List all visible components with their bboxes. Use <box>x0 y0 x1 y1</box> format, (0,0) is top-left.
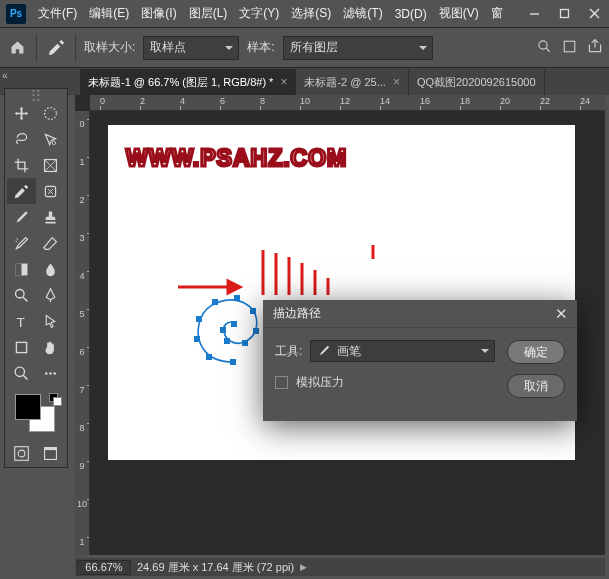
status-bar: 66.67% 24.69 厘米 x 17.64 厘米 (72 ppi) ▶ <box>75 558 605 576</box>
eyedropper-icon[interactable] <box>45 37 67 59</box>
ruler-tick: 10 <box>300 96 310 106</box>
tab-doc-3[interactable]: QQ截图2020092615000 <box>409 69 545 95</box>
svg-point-25 <box>53 372 56 375</box>
ruler-tick: 16 <box>420 96 430 106</box>
sample-dropdown[interactable]: 所有图层 <box>283 36 433 60</box>
home-icon[interactable] <box>6 37 28 59</box>
maximize-button[interactable] <box>549 0 579 28</box>
sample-size-label: 取样大小: <box>84 39 135 56</box>
minimize-button[interactable] <box>519 0 549 28</box>
svg-rect-1 <box>560 10 568 18</box>
svg-point-27 <box>18 450 25 457</box>
path-select-tool[interactable] <box>36 308 65 334</box>
watermark-text: WWW.PSAHZ.COM <box>126 145 347 172</box>
menu-3d[interactable]: 3D(D) <box>389 0 433 27</box>
swap-colors-icon[interactable] <box>49 393 61 407</box>
crop-tool[interactable] <box>7 152 36 178</box>
heal-tool[interactable] <box>36 178 65 204</box>
svg-rect-40 <box>206 354 212 360</box>
svg-rect-26 <box>15 446 29 460</box>
sample-size-dropdown[interactable]: 取样点 <box>143 36 239 60</box>
shape-tool[interactable] <box>7 334 36 360</box>
cancel-button[interactable]: 取消 <box>507 374 565 398</box>
status-caret-icon[interactable]: ▶ <box>300 562 307 572</box>
menu-edit[interactable]: 编辑(E) <box>83 0 135 27</box>
svg-point-21 <box>15 367 24 376</box>
dodge-tool[interactable] <box>7 282 36 308</box>
dialog-titlebar[interactable]: 描边路径 ✕ <box>263 300 577 328</box>
zoom-tool[interactable] <box>7 360 36 386</box>
pressure-checkbox[interactable] <box>275 376 288 389</box>
hand-tool[interactable] <box>36 334 65 360</box>
tab-doc-2[interactable]: 未标题-2 @ 25...× <box>296 69 408 95</box>
svg-rect-46 <box>253 328 259 334</box>
dialog-title: 描边路径 <box>273 305 321 322</box>
menu-view[interactable]: 视图(V) <box>433 0 485 27</box>
svg-text:T: T <box>16 314 24 329</box>
ruler-tick: 10 <box>76 499 88 509</box>
menu-select[interactable]: 选择(S) <box>285 0 337 27</box>
color-swatches[interactable] <box>7 392 65 438</box>
pen-tool[interactable] <box>36 282 65 308</box>
svg-point-8 <box>52 141 55 144</box>
ruler-tick: 9 <box>76 461 88 471</box>
tab-doc-1[interactable]: 未标题-1 @ 66.7% (图层 1, RGB/8#) *× <box>80 69 296 95</box>
svg-point-4 <box>539 40 547 48</box>
svg-rect-44 <box>234 295 240 301</box>
menu-window[interactable]: 窗 <box>485 0 509 27</box>
panel-grip-icon[interactable]: ⠿ <box>7 92 65 100</box>
history-brush-tool[interactable] <box>7 230 36 256</box>
lasso-tool[interactable] <box>7 126 36 152</box>
brush-icon <box>317 344 331 358</box>
screenmode-tool[interactable] <box>36 442 65 464</box>
ruler-tick: 8 <box>76 423 88 433</box>
svg-rect-50 <box>231 321 237 327</box>
ruler-tick: 2 <box>140 96 145 106</box>
expand-panels-icon[interactable]: « <box>2 70 14 82</box>
eyedropper-tool[interactable] <box>7 178 36 204</box>
dialog-close-button[interactable]: ✕ <box>551 305 571 323</box>
ruler-horizontal[interactable]: 024681012141618202224 <box>90 95 605 111</box>
ruler-tick: 0 <box>76 119 88 129</box>
eraser-tool[interactable] <box>36 230 65 256</box>
ruler-tick: 12 <box>340 96 350 106</box>
svg-rect-20 <box>16 342 26 352</box>
search-icon[interactable] <box>537 39 552 57</box>
svg-line-18 <box>23 297 27 301</box>
close-icon[interactable]: × <box>393 75 400 89</box>
zoom-field[interactable]: 66.67% <box>77 560 131 575</box>
ruler-tick: 6 <box>220 96 225 106</box>
type-tool[interactable]: T <box>7 308 36 334</box>
menu-file[interactable]: 文件(F) <box>32 0 83 27</box>
stamp-tool[interactable] <box>36 204 65 230</box>
move-tool[interactable] <box>7 100 36 126</box>
ok-button[interactable]: 确定 <box>507 340 565 364</box>
svg-point-17 <box>16 289 24 298</box>
more-tools[interactable] <box>36 360 65 386</box>
share-icon[interactable] <box>587 38 603 57</box>
frame-tool[interactable] <box>36 152 65 178</box>
quickmask-tool[interactable] <box>7 442 36 464</box>
frame-icon[interactable] <box>562 39 577 57</box>
quick-select-tool[interactable] <box>36 126 65 152</box>
stroke-path-dialog: 描边路径 ✕ 工具: 画笔 模拟压力 确定 取消 <box>263 300 577 421</box>
close-icon[interactable]: × <box>280 75 287 89</box>
svg-rect-43 <box>212 299 218 305</box>
svg-rect-16 <box>16 263 22 275</box>
blur-tool[interactable] <box>36 256 65 282</box>
ruler-vertical[interactable]: 0123456789101 <box>75 111 90 555</box>
foreground-color[interactable] <box>15 394 41 420</box>
close-button[interactable] <box>579 0 609 28</box>
menu-filter[interactable]: 滤镜(T) <box>337 0 388 27</box>
menu-type[interactable]: 文字(Y) <box>233 0 285 27</box>
tool-dropdown[interactable]: 画笔 <box>310 340 495 362</box>
ruler-tick: 18 <box>460 96 470 106</box>
gradient-tool[interactable] <box>7 256 36 282</box>
menu-image[interactable]: 图像(I) <box>135 0 182 27</box>
ruler-tick: 22 <box>540 96 550 106</box>
menu-layer[interactable]: 图层(L) <box>183 0 234 27</box>
marquee-tool[interactable] <box>36 100 65 126</box>
svg-rect-47 <box>242 340 248 346</box>
brush-tool[interactable] <box>7 204 36 230</box>
pressure-label: 模拟压力 <box>296 374 344 391</box>
